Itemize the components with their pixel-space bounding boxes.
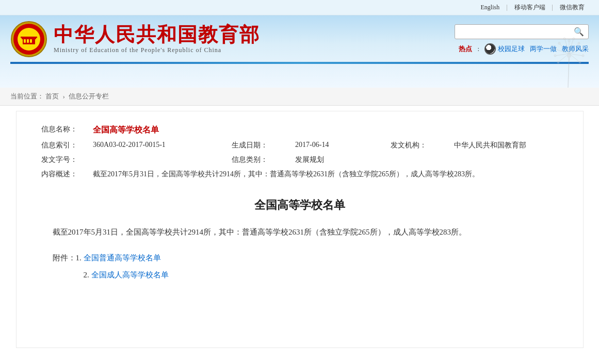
breadcrumb-current: 信息公开专栏: [69, 92, 109, 100]
info-index-value: 360A03-02-2017-0015-1: [90, 139, 220, 152]
football-area: 校园足球: [484, 43, 525, 55]
info-row-name: 信息名称： 全国高等学校名单: [38, 123, 561, 138]
football-icon: [484, 43, 496, 55]
sep2: |: [552, 4, 553, 11]
info-name-value[interactable]: 全国高等学校名单: [93, 125, 159, 134]
article-title: 全国高等学校名单: [37, 197, 562, 213]
search-input[interactable]: [459, 28, 574, 36]
info-index-label: 信息索引：: [38, 139, 89, 152]
info-name-label: 信息名称：: [38, 123, 89, 138]
search-box[interactable]: 🔍: [455, 24, 589, 39]
article-body: 截至2017年5月31日，全国高等学校共计2914所，其中：普通高等学校2631…: [37, 225, 562, 239]
attachment-area: 附件：1. 全国普通高等学校名单 2. 全国成人高等学校名单: [37, 250, 562, 284]
wechat-link[interactable]: 微信教育: [560, 4, 585, 11]
svg-rect-32: [30, 39, 32, 43]
breadcrumb-sep: ›: [63, 92, 65, 100]
search-button[interactable]: 🔍: [574, 27, 584, 37]
svg-rect-29: [21, 37, 37, 38]
info-type-label: 信息类别：: [221, 153, 291, 167]
info-date-label: 生成日期：: [221, 139, 291, 152]
logo-text-area: 中华人民共和国教育部 Ministry of Education of the …: [54, 24, 260, 55]
info-ref-value: [90, 153, 220, 167]
english-link[interactable]: English: [481, 4, 500, 11]
attachment2-row: 2. 全国成人高等学校名单: [37, 267, 562, 284]
breadcrumb-prefix: 当前位置：: [10, 92, 44, 100]
national-emblem: [10, 21, 47, 58]
site-title: 中华人民共和国教育部: [54, 24, 260, 46]
info-issuer-label: 发文机构：: [380, 139, 450, 152]
link2[interactable]: 教师风采: [562, 44, 589, 54]
mobile-link[interactable]: 移动客户端: [514, 4, 545, 11]
info-type-value: 发展规划: [292, 153, 379, 167]
breadcrumb: 当前位置： 首页 › 信息公开专栏: [0, 88, 599, 106]
top-bar: English | 移动客户端 | 微信教育: [0, 0, 599, 15]
info-summary-label: 内容概述：: [38, 168, 89, 181]
attachment-label-text: 附件：1.: [53, 254, 82, 262]
sep1: |: [506, 4, 507, 11]
hot-sep: :: [477, 45, 479, 53]
info-summary-value: 截至2017年5月31日，全国高等学校共计2914所，其中：普通高等学校2631…: [90, 168, 561, 181]
info-issuer-value: 中华人民共和国教育部: [451, 139, 561, 152]
attachment2-prefix: 2.: [84, 271, 89, 279]
attachment-prefix: 附件：1. 全国普通高等学校名单: [37, 250, 562, 267]
svg-rect-31: [27, 39, 29, 43]
header: 中华人民共和国教育部 Ministry of Education of the …: [0, 15, 599, 88]
info-date-value: 2017-06-14: [292, 139, 379, 152]
header-bottom-line: [10, 62, 589, 64]
search-area: 🔍 热点 : 校园足球 两学一做 教师风采: [455, 24, 589, 55]
main-content: 信息名称： 全国高等学校名单 信息索引： 360A03-02-2017-0015…: [16, 111, 584, 348]
attachment2-link[interactable]: 全国成人高等学校名单: [91, 271, 169, 279]
link1[interactable]: 两学一做: [530, 44, 557, 54]
info-row-summary: 内容概述： 截至2017年5月31日，全国高等学校共计2914所，其中：普通高等…: [38, 168, 561, 181]
breadcrumb-home[interactable]: 首页: [45, 92, 59, 100]
site-subtitle: Ministry of Education of the People's Re…: [54, 46, 260, 54]
info-table: 信息名称： 全国高等学校名单 信息索引： 360A03-02-2017-0015…: [37, 122, 562, 182]
svg-rect-30: [24, 39, 26, 43]
football-link[interactable]: 校园足球: [498, 44, 525, 54]
info-row-index: 信息索引： 360A03-02-2017-0015-1 生成日期： 2017-0…: [38, 139, 561, 152]
hot-area: 热点 : 校园足球 两学一做 教师风采: [459, 43, 589, 55]
header-inner: 中华人民共和国教育部 Ministry of Education of the …: [10, 21, 589, 58]
logo-area: 中华人民共和国教育部 Ministry of Education of the …: [10, 21, 260, 58]
svg-line-0: [568, 57, 569, 88]
hot-label: 热点: [459, 44, 472, 54]
attachment1-link[interactable]: 全国普通高等学校名单: [84, 254, 161, 262]
info-row-ref: 发文字号： 信息类别： 发展规划: [38, 153, 561, 167]
info-ref-label: 发文字号：: [38, 153, 89, 167]
